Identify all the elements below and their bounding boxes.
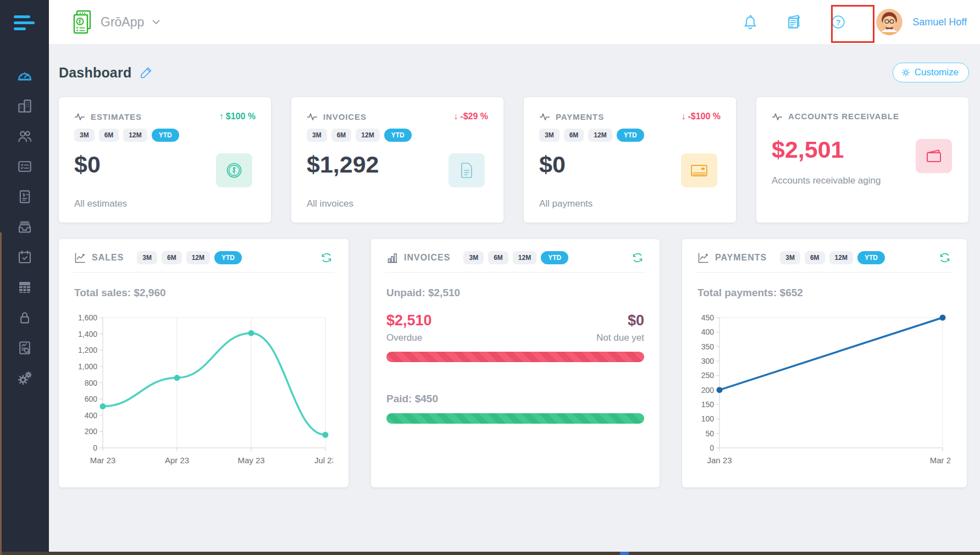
- tab-ytd[interactable]: YTD: [152, 129, 179, 142]
- trend-indicator: ↓-$100 %: [681, 112, 721, 121]
- settings-gears-icon: [16, 370, 33, 386]
- table-grid-icon: [16, 279, 33, 296]
- total-payments-label: Total payments: $652: [697, 287, 951, 299]
- sidebar-item-company[interactable]: [15, 97, 34, 115]
- refresh-icon[interactable]: [631, 251, 644, 264]
- tab-3m[interactable]: 3M: [74, 129, 95, 142]
- not-due-label: Not due yet: [596, 332, 644, 343]
- svg-text:Jul 23: Jul 23: [314, 456, 333, 465]
- user-name[interactable]: Samuel Hoff: [912, 16, 967, 28]
- tab-3m[interactable]: 3M: [539, 129, 560, 142]
- tab-ytd[interactable]: YTD: [857, 251, 885, 264]
- payments-icon-box: [681, 153, 717, 187]
- tab-12m[interactable]: 12M: [513, 251, 536, 264]
- tab-12m[interactable]: 12M: [588, 129, 612, 142]
- company-building-icon: [16, 98, 33, 114]
- total-sales-label: Total sales: $2,960: [74, 287, 333, 299]
- tab-ytd[interactable]: YTD: [214, 251, 242, 264]
- card-title: INVOICES: [323, 112, 367, 121]
- overdue-group: $2,510 Overdue: [386, 312, 432, 343]
- svg-text:1,200: 1,200: [78, 346, 97, 354]
- period-tabs: 3M 6M 12M YTD: [780, 251, 885, 264]
- tab-6m[interactable]: 6M: [331, 129, 352, 142]
- payments-chart-card: PAYMENTS 3M 6M 12M YTD Total payments: $…: [682, 239, 967, 487]
- svg-text:50: 50: [705, 429, 714, 438]
- tab-3m[interactable]: 3M: [780, 251, 800, 264]
- notes-pad-icon[interactable]: [785, 13, 804, 31]
- invoices-document-icon: [16, 188, 33, 205]
- tab-3m[interactable]: 3M: [137, 251, 157, 264]
- sidebar-item-security[interactable]: [15, 309, 34, 326]
- accounts-receivable-aging-label[interactable]: Accounts receivable aging: [772, 175, 881, 186]
- app-logo-group[interactable]: GrōApp: [72, 9, 160, 35]
- pulse-icon: [772, 112, 783, 121]
- tab-12m[interactable]: 12M: [123, 129, 147, 142]
- sidebar-item-settings[interactable]: [15, 369, 34, 387]
- svg-text:1,600: 1,600: [78, 313, 97, 322]
- not-due-value: $0: [596, 312, 644, 329]
- overdue-value: $2,510: [386, 312, 432, 329]
- edit-pencil-icon[interactable]: [139, 65, 153, 80]
- bar-chart-icon: [386, 252, 398, 264]
- all-invoices-link[interactable]: All invoices: [307, 198, 353, 209]
- sidebar-item-invoices[interactable]: [15, 188, 34, 206]
- screen-edge-artifact: [620, 552, 629, 555]
- svg-text:400: 400: [701, 328, 715, 336]
- svg-text:400: 400: [85, 411, 98, 420]
- sidebar-item-calendar[interactable]: [15, 248, 34, 266]
- tab-ytd[interactable]: YTD: [384, 129, 412, 142]
- dashboard-speedometer-icon: [15, 67, 34, 85]
- all-payments-link[interactable]: All payments: [539, 198, 593, 209]
- tab-6m[interactable]: 6M: [564, 129, 584, 142]
- card-title: PAYMENTS: [715, 253, 767, 263]
- trend-indicator: ↓-$29 %: [453, 112, 488, 121]
- svg-text:Jan 23: Jan 23: [707, 456, 732, 465]
- top-header: GrōApp ?: [49, 0, 980, 44]
- calendar-check-icon: [16, 249, 33, 265]
- dollar-coin-icon: [224, 160, 244, 180]
- svg-text:800: 800: [85, 379, 98, 387]
- tab-6m[interactable]: 6M: [162, 251, 182, 264]
- help-question-icon[interactable]: ?: [829, 13, 848, 31]
- period-tabs: 3M 6M 12M YTD: [137, 251, 242, 264]
- sidebar-item-customers[interactable]: [15, 127, 34, 145]
- user-avatar[interactable]: [876, 9, 903, 35]
- tab-ytd[interactable]: YTD: [617, 129, 644, 142]
- sidebar-item-estimates[interactable]: [15, 158, 34, 175]
- tab-6m[interactable]: 6M: [805, 251, 825, 264]
- notifications-bell-icon[interactable]: [741, 13, 760, 31]
- stat-card-payments: PAYMENTS ↓-$100 % 3M 6M 12M YTD $0 All p…: [524, 97, 736, 223]
- tab-6m[interactable]: 6M: [99, 129, 119, 142]
- stat-card-invoices: INVOICES ↓-$29 % 3M 6M 12M YTD $1,292 Al…: [291, 97, 503, 223]
- tab-3m[interactable]: 3M: [463, 251, 484, 264]
- tab-6m[interactable]: 6M: [488, 251, 508, 264]
- pulse-icon: [307, 112, 318, 121]
- pulse-icon: [74, 112, 85, 121]
- app-shell: GrōApp ?: [0, 0, 980, 555]
- paid-progress-bar: [386, 413, 644, 424]
- svg-text:100: 100: [701, 414, 715, 423]
- customize-button[interactable]: Customize: [893, 63, 969, 82]
- refresh-icon[interactable]: [938, 251, 951, 264]
- period-tabs: 3M 6M 12M YTD: [74, 129, 256, 142]
- card-title: ACCOUNTS RECEIVABLE: [788, 112, 899, 121]
- tab-12m[interactable]: 12M: [186, 251, 210, 264]
- svg-text:0: 0: [93, 443, 97, 452]
- tab-3m[interactable]: 3M: [307, 129, 327, 142]
- sidebar-item-dashboard[interactable]: [15, 67, 34, 85]
- tab-12m[interactable]: 12M: [829, 251, 853, 264]
- svg-text:150: 150: [701, 400, 715, 409]
- sidebar-item-reports[interactable]: [15, 339, 34, 357]
- svg-text:0: 0: [710, 443, 714, 452]
- tab-ytd[interactable]: YTD: [541, 251, 568, 264]
- line-chart-icon: [697, 252, 710, 264]
- svg-text:200: 200: [85, 427, 98, 436]
- menu-hamburger-icon[interactable]: [14, 15, 36, 34]
- sidebar-item-table[interactable]: [15, 279, 34, 296]
- tab-12m[interactable]: 12M: [356, 129, 379, 142]
- refresh-icon[interactable]: [320, 251, 333, 264]
- all-estimates-link[interactable]: All estimates: [74, 198, 127, 209]
- period-tabs: 3M 6M 12M YTD: [539, 129, 721, 142]
- page-title: Dashboard: [59, 65, 131, 81]
- sidebar-item-inbox[interactable]: [15, 218, 34, 236]
